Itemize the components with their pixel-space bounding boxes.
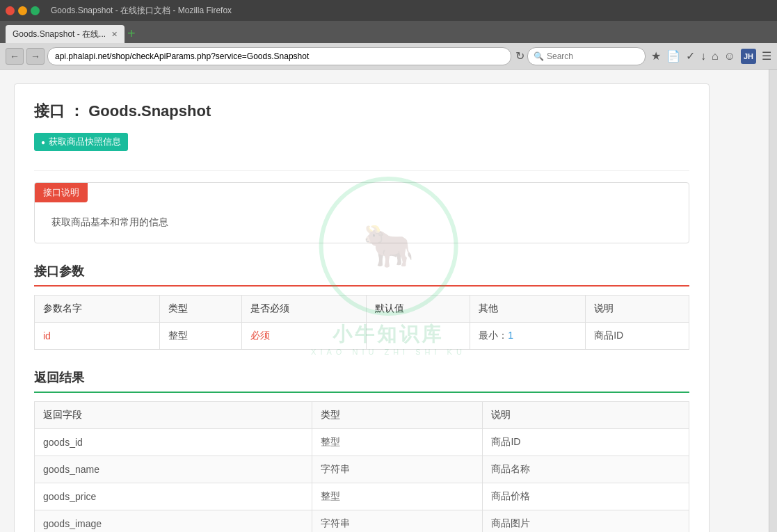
return-table-body: goods_id 整型 商品ID goods_name 字符串 商品名称 goo… <box>35 429 689 533</box>
table-row: goods_name 字符串 商品名称 <box>35 456 689 483</box>
return-type-cell: 字符串 <box>312 456 483 483</box>
return-type-cell: 整型 <box>312 483 483 510</box>
tab-label: Goods.Snapshot - 在线... <box>13 29 106 40</box>
titlebar: Goods.Snapshot - 在线接口文档 - Mozilla Firefo… <box>0 0 777 21</box>
params-heading: 接口参数 <box>34 263 689 285</box>
th-type: 类型 <box>159 296 241 323</box>
tag-label: 获取商品快照信息 <box>49 136 121 148</box>
return-desc-cell: 商品名称 <box>483 456 689 483</box>
return-field-cell: goods_image <box>35 510 312 533</box>
main-area: 接口 ： Goods.Snapshot ● 获取商品快照信息 接口说明 获取商品… <box>0 70 777 532</box>
reader-icon[interactable]: 📄 <box>666 49 680 63</box>
navbar: ← → ↻ 🔍 ★ 📄 ✓ ↓ ⌂ ☺ JH ☰ <box>0 43 777 70</box>
th-param-name: 参数名字 <box>35 296 160 323</box>
emoji-icon[interactable]: ☺ <box>724 50 735 63</box>
table-row: goods_image 字符串 商品图片 <box>35 510 689 533</box>
back-button[interactable]: ← <box>6 48 24 65</box>
table-row: goods_id 整型 商品ID <box>35 429 689 456</box>
content-card: 接口 ： Goods.Snapshot ● 获取商品快照信息 接口说明 获取商品… <box>14 83 710 532</box>
return-type-cell: 字符串 <box>312 510 483 533</box>
desc-text: 获取商品基本和常用的信息 <box>51 216 168 227</box>
window-controls[interactable] <box>6 6 40 15</box>
return-table-head: 返回字段 类型 说明 <box>35 402 689 429</box>
table-row: goods_price 整型 商品价格 <box>35 483 689 510</box>
search-input[interactable] <box>547 51 630 61</box>
active-tab[interactable]: Goods.Snapshot - 在线... ✕ <box>6 25 125 43</box>
param-name-cell: id <box>35 323 160 350</box>
minimize-button[interactable] <box>18 6 27 15</box>
menu-icon[interactable]: ☰ <box>762 49 771 63</box>
forward-button[interactable]: → <box>26 48 45 65</box>
return-heading: 返回结果 <box>34 369 689 392</box>
param-default-cell <box>367 323 470 350</box>
param-desc-cell: 商品ID <box>586 323 689 350</box>
th-field: 返回字段 <box>35 402 312 429</box>
table-row: id 整型 必须 最小：1 商品ID <box>35 323 689 350</box>
desc-section: 接口说明 获取商品基本和常用的信息 <box>34 182 689 243</box>
content-wrapper: 接口 ： Goods.Snapshot ● 获取商品快照信息 接口说明 获取商品… <box>0 70 769 532</box>
avatar[interactable]: JH <box>741 49 756 64</box>
scrollbar[interactable] <box>769 70 777 532</box>
return-field-cell: goods_price <box>35 483 312 510</box>
params-underline <box>34 285 689 287</box>
desc-section-body: 获取商品基本和常用的信息 <box>35 202 689 243</box>
return-desc-cell: 商品图片 <box>483 510 689 533</box>
refresh-button[interactable]: ↻ <box>515 49 524 63</box>
return-desc-cell: 商品价格 <box>483 483 689 510</box>
tab-close-icon[interactable]: ✕ <box>111 30 118 39</box>
param-type-cell: 整型 <box>159 323 241 350</box>
params-table: 参数名字 类型 是否必须 默认值 其他 说明 id 整型 必须 最小：1 商品I… <box>34 295 689 350</box>
th-other: 其他 <box>470 296 586 323</box>
desc-section-header: 接口说明 <box>35 183 88 202</box>
return-desc-cell: 商品ID <box>483 429 689 456</box>
th-required: 是否必须 <box>241 296 367 323</box>
window-title: Goods.Snapshot - 在线接口文档 - Mozilla Firefo… <box>51 5 232 17</box>
params-table-head: 参数名字 类型 是否必须 默认值 其他 说明 <box>35 296 689 323</box>
return-underline <box>34 392 689 393</box>
params-table-body: id 整型 必须 最小：1 商品ID <box>35 323 689 350</box>
download-icon[interactable]: ↓ <box>700 50 706 63</box>
th-ret-type: 类型 <box>312 402 483 429</box>
maximize-button[interactable] <box>31 6 40 15</box>
tabbar: Goods.Snapshot - 在线... ✕ + <box>0 21 777 43</box>
th-default: 默认值 <box>367 296 470 323</box>
return-section: 返回结果 返回字段 类型 说明 goods_id 整型 商品ID goods_n… <box>34 369 689 532</box>
params-section: 接口参数 参数名字 类型 是否必须 默认值 其他 说明 <box>34 263 689 350</box>
nav-icons: ★ 📄 ✓ ↓ ⌂ ☺ JH ☰ <box>651 49 771 64</box>
page-title: 接口 ： Goods.Snapshot <box>34 101 689 122</box>
divider-1 <box>34 170 689 171</box>
param-other-cell: 最小：1 <box>470 323 586 350</box>
min-value-link[interactable]: 1 <box>508 330 513 341</box>
tag-badge: ● 获取商品快照信息 <box>34 133 128 151</box>
return-type-cell: 整型 <box>312 429 483 456</box>
url-input[interactable] <box>47 47 511 65</box>
close-button[interactable] <box>6 6 15 15</box>
th-ret-desc: 说明 <box>483 402 689 429</box>
return-table: 返回字段 类型 说明 goods_id 整型 商品ID goods_name 字… <box>34 401 689 532</box>
th-desc: 说明 <box>586 296 689 323</box>
param-required-cell: 必须 <box>241 323 367 350</box>
search-icon: 🔍 <box>534 51 544 61</box>
home-icon[interactable]: ⌂ <box>712 50 719 63</box>
return-header-row: 返回字段 类型 说明 <box>35 402 689 429</box>
return-field-cell: goods_name <box>35 456 312 483</box>
bookmark-icon[interactable]: ★ <box>651 49 661 63</box>
return-field-cell: goods_id <box>35 429 312 456</box>
params-header-row: 参数名字 类型 是否必须 默认值 其他 说明 <box>35 296 689 323</box>
search-box: 🔍 <box>527 47 646 65</box>
pocket-icon[interactable]: ✓ <box>686 49 695 63</box>
tag-dot-icon: ● <box>41 138 45 146</box>
new-tab-button[interactable]: + <box>127 26 136 43</box>
